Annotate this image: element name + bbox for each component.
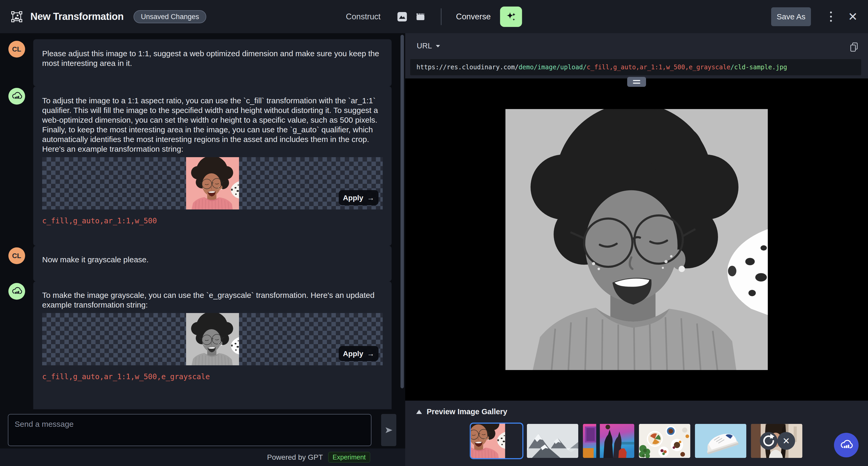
construct-mode-label[interactable]: Construct xyxy=(346,12,381,22)
header-right-group: Save As ✕ xyxy=(771,7,868,26)
gallery-collapse-toggle[interactable]: Preview Image Gallery xyxy=(416,407,507,416)
transformation-crop-icon xyxy=(10,10,23,23)
thumbnail-food-flatlay[interactable] xyxy=(639,424,690,458)
arrow-right-icon: → xyxy=(367,193,374,203)
assistant-message: To adjust the image to a 1:1 aspect rati… xyxy=(0,86,405,246)
composer-area: Powered by GPT Experiment xyxy=(0,409,405,466)
arrow-right-icon: → xyxy=(367,349,374,359)
user-avatar: CL xyxy=(8,41,25,58)
cloudinary-cloud-icon xyxy=(839,438,853,452)
image-mode-icon[interactable] xyxy=(397,11,407,22)
user-message: CL Please adjust this image to 1:1, sugg… xyxy=(0,39,405,86)
thumbnail-snowy-mountains[interactable] xyxy=(527,424,579,458)
url-bar-section: URL https://res.cloudinary.com/demo/imag… xyxy=(405,33,868,78)
message-bubble: Now make it grayscale please. xyxy=(33,246,392,281)
close-icon[interactable]: ✕ xyxy=(847,7,859,26)
assistant-avatar-cloud-icon xyxy=(8,88,25,105)
mode-divider xyxy=(441,8,441,25)
preview-gallery-section: Preview Image Gallery xyxy=(405,401,868,466)
transformed-image-preview xyxy=(505,109,768,370)
mode-switcher: Construct Converse xyxy=(346,0,522,33)
preview-photo-color xyxy=(186,157,239,209)
thumbnail-basketball-players[interactable] xyxy=(583,424,634,458)
message-text: To adjust the image to a 1:1 aspect rati… xyxy=(42,96,378,153)
save-as-button[interactable]: Save As xyxy=(771,7,811,26)
ai-sparkle-button[interactable] xyxy=(500,6,522,27)
apply-button[interactable]: Apply → xyxy=(339,346,378,361)
experiment-badge: Experiment xyxy=(328,452,370,463)
page-title: New Transformation xyxy=(30,11,124,22)
composer-footer: Powered by GPT Experiment xyxy=(0,448,405,466)
chevron-down-icon xyxy=(436,44,440,47)
transformation-preview-strip: Apply → xyxy=(42,157,383,209)
remove-thumbnail-button[interactable]: ✕ xyxy=(777,432,795,450)
gallery-thumbnails: ✕ xyxy=(471,424,803,458)
panel-drag-handle[interactable] xyxy=(627,77,646,87)
transformation-code: c_fill,g_auto,ar_1:1,w_500 xyxy=(42,216,383,226)
transformation-code: c_fill,g_auto,ar_1:1,w_500,e_grayscale xyxy=(42,372,383,381)
copy-url-icon[interactable] xyxy=(850,42,859,53)
gallery-title: Preview Image Gallery xyxy=(427,407,507,416)
url-input[interactable]: https://res.cloudinary.com/demo/image/up… xyxy=(410,59,861,75)
apply-button[interactable]: Apply → xyxy=(339,190,378,205)
converse-mode-label[interactable]: Converse xyxy=(456,12,491,22)
message-text: To make the image grayscale, you can use… xyxy=(42,291,375,309)
user-message: CL Now make it grayscale please. xyxy=(0,246,405,281)
image-preview-area xyxy=(405,78,868,401)
preview-photo-grayscale xyxy=(186,313,239,365)
unsaved-changes-badge: Unsaved Changes xyxy=(133,10,206,23)
powered-by-label: Powered by GPT xyxy=(267,453,323,462)
triangle-up-icon xyxy=(416,410,422,414)
more-options-kebab-icon[interactable] xyxy=(826,7,836,26)
main-layout: CL Please adjust this image to 1:1, sugg… xyxy=(0,33,868,466)
chat-message-list: CL Please adjust this image to 1:1, sugg… xyxy=(0,33,405,466)
header-left-group: New Transformation Unsaved Changes xyxy=(0,10,206,23)
assistant-avatar-cloud-icon xyxy=(8,283,25,300)
message-text: Please adjust this image to 1:1, suggest… xyxy=(42,49,379,67)
transformation-preview-strip: Apply → xyxy=(42,313,383,365)
chat-panel: CL Please adjust this image to 1:1, sugg… xyxy=(0,33,405,466)
video-mode-icon[interactable] xyxy=(415,11,426,22)
send-button[interactable] xyxy=(381,414,396,446)
cloudinary-fab-button[interactable] xyxy=(834,433,859,457)
send-arrow-icon xyxy=(384,425,394,435)
refresh-icon xyxy=(760,432,778,450)
message-bubble: To adjust the image to a 1:1 aspect rati… xyxy=(33,86,392,246)
user-avatar: CL xyxy=(8,247,25,264)
message-bubble: Please adjust this image to 1:1, suggest… xyxy=(33,39,392,86)
url-type-dropdown[interactable]: URL xyxy=(417,41,440,50)
top-header: New Transformation Unsaved Changes Const… xyxy=(0,0,868,33)
thumbnail-laughing-woman[interactable] xyxy=(471,424,523,458)
chat-scrollbar[interactable] xyxy=(401,35,404,388)
message-input[interactable] xyxy=(8,414,371,446)
thumbnail-woman-portrait[interactable]: ✕ xyxy=(751,424,803,458)
message-text: Now make it grayscale please. xyxy=(42,255,149,264)
reload-thumbnail-button[interactable] xyxy=(760,432,778,450)
thumbnail-white-sneaker[interactable] xyxy=(695,424,747,458)
preview-panel: URL https://res.cloudinary.com/demo/imag… xyxy=(405,33,868,466)
